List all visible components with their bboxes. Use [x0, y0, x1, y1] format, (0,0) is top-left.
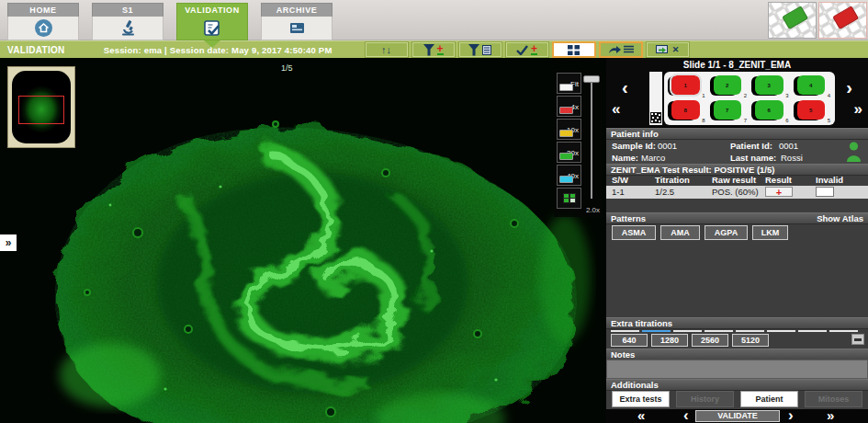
titration-slot-line: [798, 330, 827, 332]
sort-arrows-icon: ↑↓: [381, 45, 391, 55]
next-well-button[interactable]: ›: [846, 78, 852, 97]
prev-slide-button[interactable]: ‹: [683, 407, 689, 423]
pattern-agpa-button[interactable]: AGPA: [705, 225, 748, 240]
slide-graphic: 11 22 33 44 88 77 66 55: [649, 72, 835, 125]
patient-info-header: Patient info: [606, 128, 868, 140]
toolbar-buttons: ↑↓ + + ✕: [366, 42, 689, 57]
well-2[interactable]: 22: [709, 74, 750, 98]
col-invalid: Invalid: [816, 175, 843, 185]
filter-worklist-button[interactable]: [459, 42, 502, 57]
tab-home-label: HOME: [7, 3, 79, 17]
titration-slot-line-active: [642, 330, 671, 332]
zoom-40x-button[interactable]: 40x: [557, 165, 581, 186]
validate-positive-button[interactable]: +: [506, 42, 548, 57]
zoom-20x-button[interactable]: 20x: [557, 142, 581, 163]
objective-band-icon: [559, 107, 573, 114]
well-7[interactable]: 77: [709, 98, 750, 123]
tab-s1-label: S1: [92, 3, 163, 17]
well-5[interactable]: 55: [793, 98, 833, 123]
zoom-slider-track: [591, 79, 592, 199]
grid-view-button[interactable]: [553, 42, 595, 57]
funnel-icon: [468, 44, 479, 56]
titration-slot-line: [829, 330, 858, 332]
multi-field-view-button[interactable]: [557, 188, 581, 209]
validation-toolbar: VALIDATION Session: ema | Session date: …: [0, 40, 868, 58]
zoom-slider-handle[interactable]: [583, 75, 600, 83]
pattern-asma-button[interactable]: ASMA: [612, 225, 656, 240]
sample-id-value: 0001: [658, 141, 677, 151]
titration-1280-button[interactable]: 1280: [651, 334, 688, 347]
notes-input[interactable]: [606, 360, 868, 379]
patterns-title: Patterns: [611, 213, 646, 223]
result-positive-button[interactable]: +: [765, 187, 793, 197]
first-well-button[interactable]: «: [612, 101, 620, 117]
slide-viewer[interactable]: 1/5 Fit 4x 10x 20x 40x 2.0x: [0, 58, 606, 423]
titration-5120-button[interactable]: 5120: [732, 334, 769, 347]
last-slide-button[interactable]: »: [827, 407, 834, 423]
patient-info: Sample Id: 0001 Patient Id: 0001 Name: M…: [606, 140, 868, 164]
pattern-ama-button[interactable]: AMA: [660, 225, 700, 240]
bottom-navigation: « ‹ VALIDATE › »: [606, 409, 868, 423]
filter-positive-button[interactable]: +: [412, 42, 455, 57]
zenit-validation-app: HOME S1 VALIDATION ARCHIVE: [0, 0, 868, 423]
archive-folder-icon: [261, 17, 333, 40]
send-worklist-button[interactable]: [600, 42, 642, 57]
mitoses-button[interactable]: Mitoses: [805, 391, 862, 407]
titration-value: 1/2.5: [655, 186, 674, 199]
field-counter: 1/5: [281, 63, 293, 73]
red-plus-icon: +: [437, 45, 444, 55]
thumbnail-well: [12, 71, 71, 143]
keyboard-green-key-icon[interactable]: [768, 2, 817, 39]
objective-buttons: Fit 4x 10x 20x 40x: [554, 70, 581, 217]
titration-640-button[interactable]: 640: [611, 334, 648, 347]
next-slide-button[interactable]: ›: [788, 407, 794, 423]
microscope-icon: [92, 17, 163, 40]
extra-tests-button[interactable]: Extra tests: [612, 391, 670, 407]
tab-archive[interactable]: ARCHIVE: [261, 3, 333, 40]
titration-2560-button[interactable]: 2560: [692, 334, 728, 347]
zoom-value: 2.0x: [586, 206, 600, 214]
validate-button[interactable]: VALIDATE: [695, 410, 780, 422]
slide-title: Slide 1/1 - 8_ZENIT_EMA: [606, 58, 868, 70]
result-table-row[interactable]: 1-1 1/2.5 POS. (60%) +: [606, 186, 868, 199]
patient-person-icon[interactable]: [846, 142, 862, 163]
grid-icon: [568, 45, 580, 55]
slide-navigator: Slide 1/1 - 8_ZENIT_EMA ‹ « › » 11 22 33…: [606, 58, 868, 128]
well-3[interactable]: 33: [750, 74, 791, 98]
tab-s1[interactable]: S1: [92, 3, 163, 40]
titration-slot-line: [767, 330, 795, 332]
col-result: Result: [765, 175, 792, 185]
tab-home[interactable]: HOME: [7, 3, 79, 40]
home-icon: [7, 17, 79, 40]
history-button[interactable]: History: [676, 391, 734, 407]
last-name-label: Last name:: [730, 153, 776, 163]
patient-id-label: Patient Id:: [730, 141, 772, 151]
pattern-buttons: ASMA AMA AGPA LKM: [606, 223, 868, 244]
zoom-panel: Fit 4x 10x 20x 40x 2.0x: [554, 70, 602, 217]
invalid-checkbox[interactable]: [816, 187, 834, 197]
last-well-button[interactable]: »: [854, 101, 862, 117]
check-icon: [516, 45, 528, 55]
thumbnail-roi-rectangle[interactable]: [18, 96, 64, 124]
pattern-lkm-button[interactable]: LKM: [752, 225, 788, 240]
well-6[interactable]: 66: [750, 98, 791, 123]
well-1[interactable]: 11: [667, 74, 707, 98]
left-panel-expander[interactable]: »: [0, 234, 17, 251]
close-screen-button[interactable]: ✕: [647, 42, 689, 57]
well-4[interactable]: 44: [793, 74, 833, 98]
keyboard-red-key-icon[interactable]: [818, 2, 867, 39]
fit-zoom-button[interactable]: Fit: [557, 73, 581, 94]
monitor-icon: [656, 45, 670, 55]
titrations-collapse-button[interactable]: [851, 334, 864, 345]
zoom-4x-button[interactable]: 4x: [557, 96, 581, 117]
prev-well-button[interactable]: ‹: [622, 78, 628, 97]
first-slide-button[interactable]: «: [637, 407, 645, 423]
sort-button[interactable]: ↑↓: [366, 42, 408, 57]
tab-validation[interactable]: VALIDATION: [176, 3, 248, 40]
fluorescence-image: [0, 58, 606, 423]
patient-button[interactable]: Patient: [740, 391, 798, 407]
zoom-slider[interactable]: 2.0x: [581, 70, 602, 217]
zoom-10x-button[interactable]: 10x: [557, 119, 581, 140]
well-8[interactable]: 88: [667, 98, 707, 123]
overview-thumbnail[interactable]: [7, 66, 75, 148]
